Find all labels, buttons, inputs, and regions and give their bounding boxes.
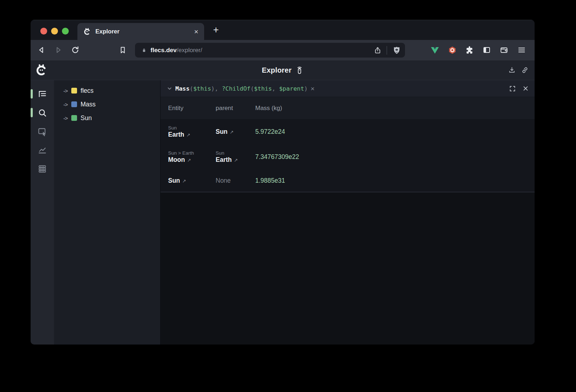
tab-strip: Explorer × + [31, 20, 535, 40]
vue-devtools-icon[interactable] [430, 45, 440, 55]
table-row: SunEarth↗Sun↗5.9722e24 [161, 119, 535, 144]
query-token: $this [254, 85, 272, 92]
external-link-arrow-icon: ↗ [230, 129, 234, 135]
page-header: Explorer [31, 60, 535, 80]
entity-color-swatch [71, 115, 77, 121]
rail-inspector-button[interactable] [31, 122, 54, 141]
parent-cell: SunEarth↗ [216, 150, 255, 164]
query-token: ) [304, 85, 308, 92]
minimize-window-button[interactable] [51, 28, 58, 35]
rail-search-button[interactable] [31, 103, 54, 122]
table-row: Sun > EarthMoon↗SunEarth↗7.34767309e22 [161, 144, 535, 169]
results-table-header: Entity parent Mass (kg) [161, 97, 535, 119]
inspector-icon [37, 127, 47, 136]
tree-item-mass[interactable]: ->Mass [54, 97, 160, 111]
rail-memory-button[interactable] [31, 159, 54, 178]
query-token: Mass [175, 85, 190, 92]
extension-icons [430, 45, 526, 55]
query-token: $this [193, 85, 211, 92]
query-canvas: Mass($this), ?ChildOf($this, $parent) × … [160, 80, 535, 345]
stats-icon [37, 145, 47, 155]
active-indicator [31, 89, 33, 99]
browser-tab[interactable]: Explorer × [77, 23, 204, 40]
search-icon [37, 108, 47, 118]
url-path: /explorer/ [177, 47, 202, 54]
menu-icon[interactable] [516, 45, 526, 55]
tab-close-button[interactable]: × [194, 28, 198, 35]
empty-canvas [161, 192, 535, 345]
sidebar-rail [31, 80, 54, 345]
expand-icon[interactable]: -> [63, 88, 68, 94]
share-icon[interactable] [374, 46, 382, 54]
column-header-entity: Entity [168, 105, 216, 112]
mass-value: 7.34767309e22 [255, 153, 535, 161]
parent-value: None [216, 177, 255, 184]
divider [387, 46, 387, 55]
entity-path: Sun [168, 125, 216, 131]
extensions-puzzle-icon[interactable] [464, 45, 474, 55]
copy-link-icon[interactable] [521, 66, 529, 74]
flecs-logo [35, 64, 48, 78]
entity-tree-panel: ->flecs->Mass->Sun [54, 80, 160, 345]
browser-window: Explorer × + flecs.dev [31, 20, 535, 345]
query-expression[interactable]: Mass($this), ?ChildOf($this, $parent) [175, 85, 308, 92]
tree-item-label: Sun [81, 114, 92, 122]
table-row: Sun↗None1.9885e31 [161, 169, 535, 192]
entity-link[interactable]: Moon↗ [168, 156, 216, 164]
query-clear-icon[interactable]: × [311, 85, 315, 92]
entity-path: Sun > Earth [168, 150, 216, 156]
mass-value: 5.9722e24 [255, 128, 535, 136]
tab-title: Explorer [95, 28, 194, 35]
reload-button[interactable] [70, 45, 80, 55]
entity-color-swatch [71, 88, 77, 94]
close-window-button[interactable] [40, 28, 47, 35]
tree-item-flecs[interactable]: ->flecs [54, 84, 160, 97]
memory-icon [37, 164, 47, 174]
parent-cell: Sun↗ [216, 128, 255, 136]
entity-cell: Sun > EarthMoon↗ [168, 150, 216, 164]
forward-button[interactable] [53, 45, 63, 55]
new-tab-button[interactable]: + [211, 25, 221, 36]
collapse-chevron-icon[interactable] [166, 85, 173, 92]
external-link-arrow-icon: ↗ [187, 158, 191, 163]
expand-icon[interactable]: -> [63, 101, 68, 108]
download-icon[interactable] [508, 66, 516, 74]
entity-link[interactable]: Sun↗ [168, 177, 216, 184]
rail-tree-button[interactable] [31, 85, 54, 103]
window-controls [40, 28, 69, 35]
bookmark-button[interactable] [118, 45, 128, 55]
results-table-body: SunEarth↗Sun↗5.9722e24Sun > EarthMoon↗Su… [161, 119, 535, 192]
header-actions [508, 60, 529, 80]
back-button[interactable] [36, 45, 46, 55]
connection-remote-icon[interactable] [296, 65, 303, 75]
query-token: , [272, 85, 279, 92]
parent-link[interactable]: Earth↗ [216, 156, 255, 164]
query-token: ( [251, 85, 254, 92]
tree-item-label: Mass [81, 101, 96, 108]
query-token: $parent [279, 85, 304, 92]
query-token: ?ChildOf [222, 85, 250, 92]
expand-icon[interactable]: -> [63, 115, 68, 121]
hexagon-extension-icon[interactable] [447, 45, 457, 55]
fullscreen-icon[interactable] [509, 85, 516, 92]
close-panel-icon[interactable] [522, 85, 529, 92]
query-token: ( [190, 85, 193, 92]
lock-icon [141, 47, 147, 54]
tree-icon [37, 89, 47, 99]
url-domain: flecs.dev [150, 47, 177, 54]
page-body: ->flecs->Mass->Sun Mass($this), ?ChildOf… [31, 80, 535, 345]
external-link-arrow-icon: ↗ [234, 158, 238, 163]
query-token: ), [211, 85, 222, 92]
parent-link[interactable]: Sun↗ [216, 128, 255, 136]
entity-color-swatch [71, 101, 77, 107]
zoom-window-button[interactable] [62, 28, 69, 35]
page-title: Explorer [262, 66, 292, 74]
tree-item-sun[interactable]: ->Sun [54, 111, 160, 125]
rail-stats-button[interactable] [31, 141, 54, 159]
wallet-icon[interactable] [499, 45, 509, 55]
brave-shield-icon[interactable] [392, 46, 401, 55]
url-bar[interactable]: flecs.dev /explorer/ [135, 43, 405, 58]
parent-path: Sun [216, 150, 255, 156]
sidebar-toggle-icon[interactable] [482, 45, 492, 55]
entity-link[interactable]: Earth↗ [168, 131, 216, 138]
